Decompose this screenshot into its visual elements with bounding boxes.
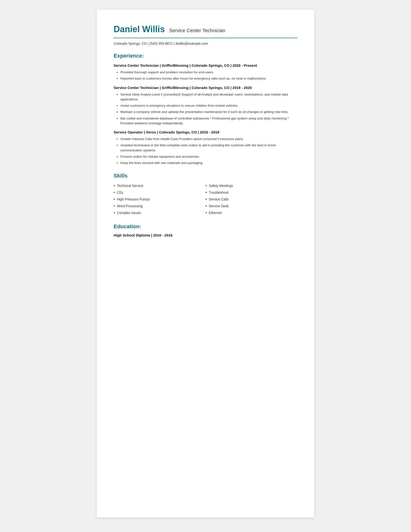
list-item: Maintain a company vehicle and upkeep th… (120, 110, 297, 114)
skills-grid: • Technical Service • CDL • High Pressur… (114, 182, 297, 216)
experience-section-title: Experience: (114, 53, 297, 59)
experience-section: Experience: Service Center Technician | … (114, 53, 297, 165)
skill-label: Ethernet (209, 211, 222, 215)
job-bullets-3: Answer Inbound Calls from Health Care Pr… (114, 137, 297, 165)
education-section: Education: High School Diploma | 2016 - … (114, 223, 297, 237)
skill-bullet: • (114, 197, 115, 201)
resume-container: Daniel Willis Service Center Technician … (97, 10, 314, 517)
skill-bullet: • (114, 184, 115, 188)
skill-bullet: • (114, 204, 115, 208)
skill-bullet: • (114, 211, 115, 215)
full-name: Daniel Willis (114, 24, 165, 34)
skills-section-title: Skills (114, 173, 297, 179)
job-header-3: Service Operator | Xerox | Colorado Spri… (114, 130, 297, 134)
list-item: Process orders for cellular equipment an… (120, 154, 297, 159)
job-header-1: Service Center Technician | Griffis/Bles… (114, 63, 297, 67)
job-bullets-2: Service Desk Analyst-Level 2 (consultant… (114, 92, 297, 126)
skill-item: • Technical Service (114, 182, 206, 189)
education-section-title: Education: (114, 223, 297, 230)
list-item: Reported back to customers homes after h… (120, 76, 297, 81)
skill-item: • High Pressure Pumps (114, 196, 206, 203)
job-title: Service Center Technician (169, 28, 225, 33)
skill-label: Technical Service (117, 184, 143, 188)
skill-bullet: • (206, 184, 207, 188)
contact-info: Colorado Springs, CO | (540) 555-8672 | … (114, 42, 297, 46)
list-item: Assisted technicians in the field comple… (120, 143, 297, 153)
skill-label: Service Desk (209, 204, 229, 208)
skill-item: • Service Desk (206, 203, 297, 209)
list-item: Assist customers in emergency situations… (120, 103, 297, 108)
list-item: Provided thorough support and problem re… (120, 70, 297, 75)
skill-item: • CDL (114, 189, 206, 196)
skill-item: • Word Processing (114, 203, 206, 209)
list-item: Bar-coded and maintained database of con… (120, 116, 297, 126)
skill-label: Word Processing (117, 204, 143, 208)
skill-label: Service Calls (209, 197, 229, 201)
skill-bullet: • (206, 197, 207, 201)
skill-label: Safety Meetings (209, 184, 233, 188)
list-item: Keep the lines stocked with raw material… (120, 161, 297, 165)
skill-item: • Troubleshoot (206, 189, 297, 196)
skill-item: • Service Calls (206, 196, 297, 203)
name-title-line: Daniel Willis Service Center Technician (114, 24, 297, 34)
skill-item: • Ethernet (206, 209, 297, 216)
list-item: Answer Inbound Calls from Health Care Pr… (120, 137, 297, 142)
skills-section: Skills • Technical Service • CDL • High … (114, 173, 297, 216)
header-section: Daniel Willis Service Center Technician … (114, 24, 297, 46)
education-entry: High School Diploma | 2016 - 2016 (114, 233, 297, 237)
skill-bullet: • (206, 211, 207, 215)
skill-bullet: • (206, 190, 207, 194)
skill-label: CDL (117, 190, 124, 194)
skill-bullet: • (114, 190, 115, 194)
skill-label: Troubleshoot (209, 190, 228, 194)
skills-left-column: • Technical Service • CDL • High Pressur… (114, 182, 206, 216)
skill-bullet: • (206, 204, 207, 208)
list-item: Service Desk Analyst-Level 2 (consultant… (120, 92, 297, 102)
skill-label: High Pressure Pumps (117, 197, 150, 201)
header-divider (114, 38, 297, 38)
skills-right-column: • Safety Meetings • Troubleshoot • Servi… (206, 182, 297, 216)
skill-item: • Safety Meetings (206, 182, 297, 189)
job-bullets-1: Provided thorough support and problem re… (114, 70, 297, 81)
job-header-2: Service Center Technician | Griffis/Bles… (114, 86, 297, 90)
skill-item: • Complex Issues (114, 209, 206, 216)
skill-label: Complex Issues (117, 211, 141, 215)
